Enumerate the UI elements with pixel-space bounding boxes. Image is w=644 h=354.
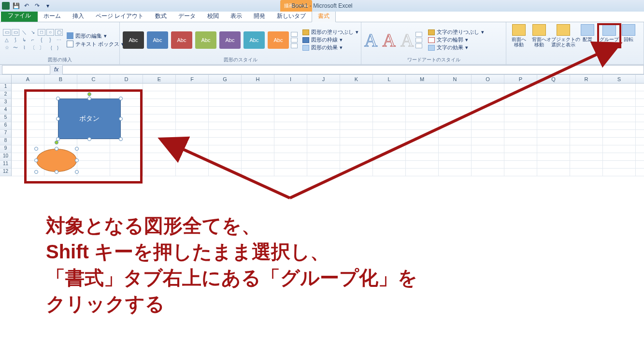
svg-line-0 [179, 147, 290, 198]
svg-line-1 [290, 52, 601, 198]
annotation-arrows [0, 0, 644, 354]
